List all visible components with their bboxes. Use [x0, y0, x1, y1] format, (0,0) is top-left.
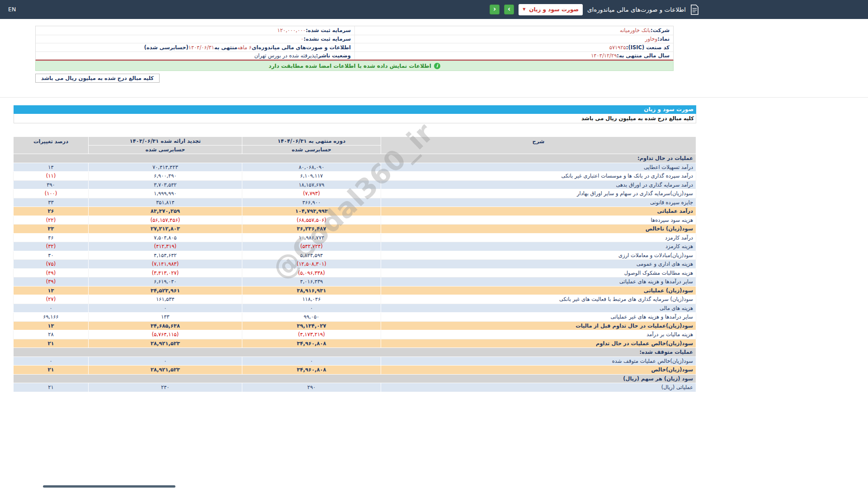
- cell-prior-value: ۰: [89, 357, 242, 366]
- table-row: هزینه سود سپرده‌ها(۶۸,۵۵۷,۵۰۶)(۵۶,۱۵۷,۴۵…: [14, 216, 696, 225]
- table-row: سود(زیان)خالص عملیات در حال تداوم۳۴,۹۶۰,…: [14, 339, 696, 348]
- cell-prior-value: ۳۴,۵۲۳,۹۶۱: [89, 286, 242, 295]
- nav-back-button[interactable]: ‹: [490, 5, 500, 14]
- cell-current-value: ۱۰,۹۸۶,۷۷۴: [242, 233, 381, 242]
- language-toggle[interactable]: EN: [8, 6, 16, 13]
- column-subheader-prior-audited: حسابرسی شده: [89, 145, 242, 154]
- cell-change-percent: (۴۹): [14, 268, 89, 277]
- table-row: سود(زیان) ناخالص۳۶,۲۳۶,۴۸۷۲۷,۲۱۲,۸۰۳۳۳: [14, 225, 696, 234]
- section-row: عملیات متوقف شده:: [14, 348, 696, 357]
- cell-change-percent: ۲۶: [14, 207, 89, 216]
- table-row: هزینه کارمزد(۵۴۲,۷۲۴)(۴۱۲,۳۱۹)(۳۲): [14, 242, 696, 251]
- nav-forward-button[interactable]: ›: [504, 5, 514, 14]
- cell-change-percent: (۳۲): [14, 242, 89, 251]
- row-label: سود(زیان) ناخالص: [381, 225, 696, 234]
- cell-prior-value: ۷,۵۰۴,۸۰۵: [89, 233, 242, 242]
- section-divider: [0, 97, 868, 98]
- section-row: عملیات در حال تداوم:: [14, 154, 696, 163]
- cell-current-value: ۳۹,۱۳۴,۰۲۷: [242, 321, 381, 330]
- row-label: سود(زیان)خالص عملیات متوقف شده: [381, 357, 696, 366]
- chevron-down-icon: ▼: [523, 8, 525, 11]
- info-label: وضعیت ناشر:: [316, 52, 351, 59]
- cell-change-percent: (۲۲): [14, 216, 89, 225]
- column-subheader-current-audited: حسابرسی شده: [242, 145, 381, 154]
- cell-current-value: (۶۸,۵۵۷,۵۰۶): [242, 216, 381, 225]
- cell-current-value: ۱۰۴,۷۹۳,۹۹۳: [242, 207, 381, 216]
- table-row: سود(زیان)سرمایه گذاری در سهام و سایر اور…: [14, 189, 696, 198]
- cell-change-percent: ۲۱: [14, 339, 89, 348]
- info-value: ۵۷۱۹۲۵: [609, 44, 626, 51]
- cell-change-percent: ۳۳: [14, 225, 89, 234]
- cell-change-percent: (۱۰۰): [14, 189, 89, 198]
- cell-change-percent: ۱۳: [14, 321, 89, 330]
- info-label: سرمایه ثبت شده:: [306, 27, 351, 33]
- row-label: درآمد سپرده گذاری در بانک ها و موسسات اع…: [381, 172, 696, 181]
- income-statement-body: عملیات در حال تداوم:درآمد تسهیلات اعطایی…: [14, 154, 696, 392]
- info-row: سال مالی منتهی به: ۱۴۰۴/۱۲/۲۹وضعیت ناشر:…: [36, 52, 673, 60]
- cell-current-value: ۸۰,۰۶۸,۰۹۰: [242, 163, 381, 172]
- cell-change-percent: ۳۳: [14, 198, 89, 207]
- cell-change-percent: ۱۴: [14, 163, 89, 172]
- info-cell: شرکت: بانک خاورمیانه: [354, 26, 673, 35]
- statement-type-dropdown[interactable]: صورت سود و زیان ▼: [519, 4, 583, 15]
- info-row: نماد: وخاورسرمایه ثبت نشده: ۰: [36, 35, 673, 43]
- cell-prior-value: ۳۴,۶۸۵,۶۳۸: [89, 321, 242, 330]
- table-row: سود(زیان)عملیات در حال تداوم قبل از مالی…: [14, 321, 696, 330]
- page-title: اطلاعات و صورت‌های مالی میاندوره‌ای: [587, 6, 686, 13]
- cell-current-value: ۱۸,۱۵۷,۶۷۹: [242, 180, 381, 189]
- row-label: عملیاتی (ریال): [381, 383, 696, 392]
- table-row: درآمد عملیاتی۱۰۴,۷۹۳,۹۹۳۸۳,۳۷۰,۲۵۹۲۶: [14, 207, 696, 216]
- section-label: عملیات متوقف شده:: [14, 348, 696, 357]
- spacer: [14, 123, 696, 136]
- row-label: سود(زیان)خالص: [381, 366, 696, 375]
- info-cell: سرمایه ثبت شده: ۱۲۰,۰۰۰,۰۰۰: [36, 26, 354, 35]
- info-label: (حسابرسی شده): [144, 44, 189, 51]
- cell-current-value: ۴۶۶,۹۰۰: [242, 198, 381, 207]
- row-label: هزینه مالیات بر درآمد: [381, 330, 696, 339]
- row-label: سود(زیان)عملیات در حال تداوم قبل از مالی…: [381, 321, 696, 330]
- info-value: ۰: [301, 36, 303, 42]
- row-label: سود(زیان) عملیاتی: [381, 286, 696, 295]
- cell-current-value: ۰: [242, 357, 381, 366]
- cell-prior-value: ۷۰,۴۱۴,۴۲۳: [89, 163, 242, 172]
- cell-prior-value: ۴,۱۵۴,۶۴۲: [89, 251, 242, 260]
- cell-prior-value: ۶,۹۰۰,۴۹۰: [89, 172, 242, 181]
- table-row: درآمد کارمزد۱۰,۹۸۶,۷۷۴۷,۵۰۴,۸۰۵۴۶: [14, 233, 696, 242]
- cell-change-percent: (۷۵): [14, 260, 89, 269]
- row-label: هزینه کارمزد: [381, 242, 696, 251]
- horizontal-scrollbar-thumb[interactable]: [43, 485, 175, 488]
- cell-change-percent: ۱۳: [14, 286, 89, 295]
- info-value: ۱۴۰۴/۱۲/۲۹: [591, 52, 617, 59]
- table-row: هزینه های مالی۰۰۰: [14, 304, 696, 313]
- table-row: درآمد سپرده گذاری در بانک ها و موسسات اع…: [14, 172, 696, 181]
- row-label: درآمد کارمزد: [381, 233, 696, 242]
- info-label: کد صنعت (ISIC):: [626, 44, 670, 51]
- cell-current-value: (۱۲,۵۰۸,۳۰۱): [242, 260, 381, 269]
- cell-prior-value: ۲۴۰: [89, 383, 242, 392]
- row-label: درآمد سرمایه گذاری در اوراق بدهی: [381, 180, 696, 189]
- info-value: ۱۲۰,۰۰۰,۰۰۰: [277, 27, 306, 33]
- cell-prior-value: ۰: [89, 304, 242, 313]
- cell-change-percent: ۴۶: [14, 233, 89, 242]
- report-document-icon: [690, 5, 699, 15]
- column-header-description: شرح: [381, 137, 696, 154]
- cell-prior-value: ۳,۷۰۳,۵۴۲: [89, 180, 242, 189]
- info-row: شرکت: بانک خاورمیانهسرمایه ثبت شده: ۱۲۰,…: [36, 26, 673, 35]
- info-value: وخاور: [645, 36, 657, 42]
- row-label: هزینه مطالبات مشکوک الوصول: [381, 268, 696, 277]
- cell-prior-value: ۲۸,۹۲۱,۵۲۳: [89, 366, 242, 375]
- info-cell: کد صنعت (ISIC): ۵۷۱۹۲۵: [354, 43, 673, 52]
- section-label: عملیات در حال تداوم:: [14, 154, 696, 163]
- top-navigation-bar: اطلاعات و صورت‌های مالی میاندوره‌ای صورت…: [0, 0, 868, 19]
- row-label: سایر درآمدها و هزینه های غیر عملیاتی: [381, 313, 696, 322]
- info-label: پذیرفته شده در بورس تهران: [255, 52, 316, 59]
- row-label: هزینه سود سپرده‌ها: [381, 216, 696, 225]
- table-row: درآمد سرمایه گذاری در اوراق بدهی۱۸,۱۵۷,۶…: [14, 180, 696, 189]
- column-header-change-percent: درصد تغییرات: [14, 137, 89, 154]
- cell-current-value: ۰: [242, 304, 381, 313]
- cell-change-percent: ۶۹,۱۶۶: [14, 313, 89, 322]
- info-value: ۶ ماهه: [237, 44, 252, 51]
- info-cell: سال مالی منتهی به: ۱۴۰۴/۱۲/۲۹: [354, 52, 673, 60]
- cell-prior-value: ۱,۹۹۹,۹۹۰: [89, 189, 242, 198]
- table-row: جایزه سپرده قانونی۴۶۶,۹۰۰۳۵۱,۸۱۴۳۳: [14, 198, 696, 207]
